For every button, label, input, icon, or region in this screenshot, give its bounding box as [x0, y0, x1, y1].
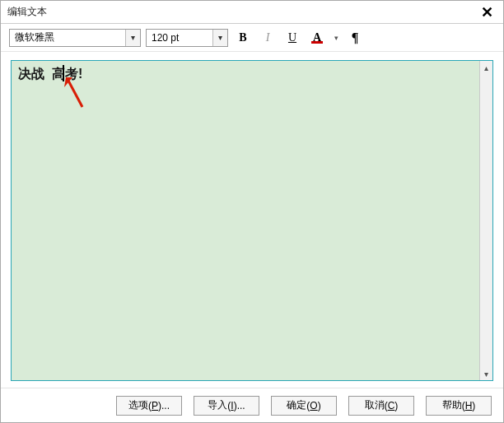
font-color-swatch [311, 41, 323, 44]
import-button[interactable]: 导入(I)... [194, 396, 259, 416]
scroll-down-icon[interactable]: ▾ [480, 367, 492, 380]
ok-button[interactable]: 确定(O) [271, 396, 337, 416]
text-canvas[interactable]: 决战 高考! ▴ ▾ [11, 60, 493, 381]
font-size-combo[interactable]: ▾ [146, 29, 228, 47]
window-title: 编辑文本 [7, 5, 47, 19]
help-button[interactable]: 帮助(H) [426, 396, 492, 416]
canvas-text-before: 决战 高考! [18, 66, 82, 83]
text-cursor [63, 65, 64, 81]
font-family-combo[interactable]: ▾ [9, 29, 141, 47]
editor-area: 决战 高考! ▴ ▾ [1, 52, 503, 388]
bold-button[interactable]: B [233, 29, 253, 47]
close-icon[interactable]: ✕ [478, 3, 497, 21]
chevron-down-icon[interactable]: ▾ [212, 30, 227, 46]
formatting-toolbar: ▾ ▾ B I U A ▾ ¶ [1, 24, 503, 52]
dialog-button-bar: 选项(P)... 导入(I)... 确定(O) 取消(C) 帮助(H) [1, 388, 503, 422]
italic-button[interactable]: I [258, 29, 278, 47]
vertical-scrollbar[interactable]: ▴ ▾ [479, 61, 492, 380]
cancel-button[interactable]: 取消(C) [348, 396, 414, 416]
font-color-button[interactable]: A [307, 29, 327, 47]
font-size-input[interactable] [147, 30, 212, 46]
underline-button[interactable]: U [282, 29, 302, 47]
font-color-dropdown-icon[interactable]: ▾ [332, 34, 340, 42]
edit-text-dialog: 编辑文本 ✕ ▾ ▾ B I U A ▾ ¶ 决战 高考! [0, 0, 504, 423]
chevron-down-icon[interactable]: ▾ [125, 30, 140, 46]
font-family-input[interactable] [10, 30, 125, 46]
paragraph-marks-button[interactable]: ¶ [345, 29, 365, 47]
options-button[interactable]: 选项(P)... [116, 396, 182, 416]
scroll-up-icon[interactable]: ▴ [480, 61, 492, 74]
titlebar: 编辑文本 ✕ [1, 1, 503, 24]
